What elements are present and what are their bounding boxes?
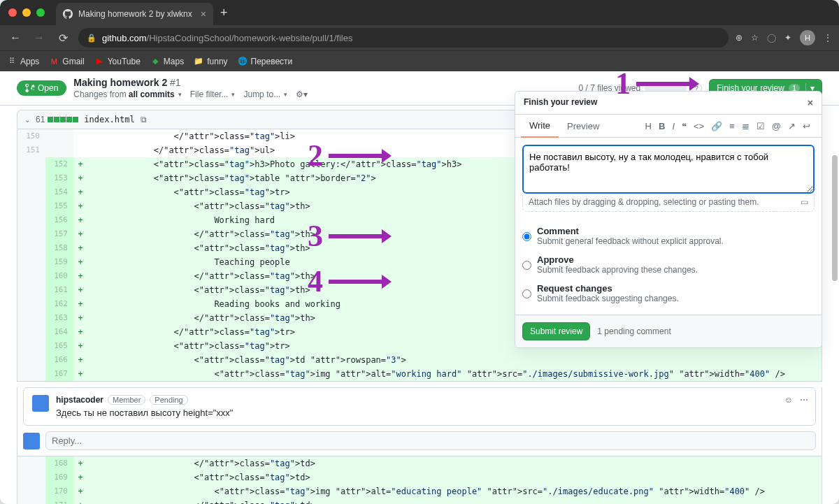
- bookmark-item[interactable]: ⠿Apps: [7, 57, 39, 66]
- lock-icon: 🔒: [87, 34, 96, 43]
- write-tab[interactable]: Write: [521, 115, 559, 138]
- heading-icon[interactable]: H: [645, 121, 652, 131]
- file-name[interactable]: index.html: [84, 115, 134, 124]
- diff-line[interactable]: 167+ <"attr">class="tag">img "attr">alt=…: [17, 367, 822, 381]
- address-bar[interactable]: 🔒 github.com/HipstaCodingSchool/homework…: [78, 28, 729, 48]
- file-filter-dropdown[interactable]: File filter...: [190, 89, 236, 99]
- close-popup-icon[interactable]: ×: [808, 97, 813, 108]
- review-options: CommentSubmit general feedback without e…: [515, 219, 822, 315]
- review-radio[interactable]: [522, 285, 531, 303]
- reply-input[interactable]: [45, 431, 816, 450]
- back-button[interactable]: ←: [7, 31, 24, 44]
- copy-path-icon[interactable]: ⧉: [141, 115, 147, 124]
- bookmark-item[interactable]: 📁funny: [194, 57, 227, 66]
- page-content: Open Making homework 2 #1 Changes from a…: [0, 71, 839, 504]
- scrollbar[interactable]: [832, 155, 838, 281]
- review-option[interactable]: ApproveSubmit feedback approving these c…: [522, 250, 815, 279]
- review-comment: hipstacoder Member Pending Здесь ты не п…: [23, 387, 816, 426]
- comment-author[interactable]: hipstacoder: [56, 395, 103, 405]
- diff-stat: 61: [36, 115, 78, 124]
- pending-comments: 1 pending comment: [597, 326, 671, 336]
- code-icon[interactable]: <>: [694, 121, 704, 131]
- bookmark-item[interactable]: ◆Maps: [150, 57, 184, 66]
- quote-icon[interactable]: ❝: [682, 121, 687, 131]
- window-titlebar: Making homework 2 by xlwknx × +: [0, 0, 839, 25]
- review-popup: Finish your review × Write Preview H B I…: [515, 91, 822, 348]
- tab-close-icon[interactable]: ×: [201, 8, 206, 20]
- github-icon: [63, 9, 73, 19]
- diff-line[interactable]: 169+ <"attr">class="tag">td>: [17, 470, 822, 484]
- progress-bar: [645, 85, 687, 91]
- profile-avatar[interactable]: H: [800, 30, 815, 45]
- review-option[interactable]: CommentSubmit general feedback without e…: [522, 222, 815, 250]
- comment-body: Здесь ты не поставил высоту height="xxx": [56, 408, 807, 418]
- diff-line[interactable]: 168+ </"attr">class="tag">td>: [17, 456, 822, 470]
- browser-tab[interactable]: Making homework 2 by xlwknx ×: [56, 3, 213, 25]
- collapse-file-icon[interactable]: ⌄: [24, 116, 30, 124]
- search-icon[interactable]: ⊕: [736, 33, 743, 43]
- close-window-button[interactable]: [8, 8, 17, 17]
- minimize-window-button[interactable]: [22, 8, 31, 17]
- browser-toolbar: ← → ⟳ 🔒 github.com/HipstaCodingSchool/ho…: [0, 25, 839, 50]
- bookmark-item[interactable]: MGmail: [49, 57, 84, 66]
- forward-button[interactable]: →: [31, 31, 48, 44]
- diff-line[interactable]: 171+ </"attr">class="tag">td>: [17, 498, 822, 504]
- review-textarea[interactable]: [522, 145, 815, 194]
- tab-title: Making homework 2 by xlwknx: [78, 9, 192, 19]
- number-list-icon[interactable]: ≣: [742, 121, 750, 131]
- review-radio[interactable]: [522, 256, 531, 275]
- changes-from-dropdown[interactable]: Changes from all commits: [73, 89, 181, 99]
- review-option[interactable]: Request changesSubmit feedback suggestin…: [522, 279, 815, 308]
- bold-icon[interactable]: B: [659, 121, 665, 131]
- diff-line[interactable]: 170+ <"attr">class="tag">img "attr">alt=…: [17, 484, 822, 498]
- extensions-icon[interactable]: ✦: [784, 33, 791, 43]
- reply-avatar: [23, 433, 40, 449]
- pr-title: Making homework 2 #1: [73, 77, 571, 88]
- pr-state-badge: Open: [17, 80, 66, 96]
- attach-files-hint[interactable]: Attach files by dragging & dropping, sel…: [522, 193, 815, 212]
- bookmark-item[interactable]: ▶YouTube: [94, 57, 141, 66]
- preview-tab[interactable]: Preview: [559, 115, 608, 137]
- pending-badge: Pending: [150, 395, 187, 405]
- comment-avatar[interactable]: [32, 395, 49, 412]
- diff-line[interactable]: 166+ <"attr">class="tag">td "attr">rowsp…: [17, 353, 822, 367]
- submit-review-button[interactable]: Submit review: [522, 322, 590, 340]
- emoji-react-icon[interactable]: ☺: [784, 395, 793, 405]
- review-radio[interactable]: [522, 227, 531, 246]
- new-tab-button[interactable]: +: [220, 6, 228, 20]
- jump-to-dropdown[interactable]: Jump to...: [243, 89, 287, 99]
- bookmark-item[interactable]: 🌐Перевести: [238, 57, 293, 66]
- member-badge: Member: [108, 395, 145, 405]
- menu-icon[interactable]: ⋮: [824, 33, 832, 43]
- bullet-list-icon[interactable]: ≡: [729, 121, 735, 131]
- task-list-icon[interactable]: ☑: [756, 121, 765, 131]
- reply-icon[interactable]: ↩: [803, 121, 810, 131]
- mention-icon[interactable]: @: [772, 121, 781, 131]
- account-icon[interactable]: ◯: [767, 33, 776, 43]
- git-pull-request-icon: [25, 83, 35, 93]
- markdown-toolbar: H B I ❝ <> 🔗 ≡ ≣ ☑ @ ↗ ↩: [645, 121, 816, 131]
- maximize-window-button[interactable]: [36, 8, 45, 17]
- url-path: /HipstaCodingSchool/homework-website/pul…: [147, 33, 353, 43]
- diff-settings-icon[interactable]: ⚙▾: [296, 89, 308, 99]
- cross-ref-icon[interactable]: ↗: [788, 121, 796, 131]
- popup-title: Finish your review: [524, 97, 597, 108]
- markdown-help-icon[interactable]: ▭: [801, 197, 808, 207]
- pr-number: #1: [170, 77, 181, 88]
- comment-menu-icon[interactable]: ⋯: [800, 395, 808, 405]
- review-comment-block: hipstacoder Member Pending Здесь ты не п…: [17, 387, 822, 456]
- link-icon[interactable]: 🔗: [711, 121, 722, 131]
- reload-button[interactable]: ⟳: [55, 31, 71, 45]
- star-icon[interactable]: ☆: [751, 33, 759, 43]
- italic-icon[interactable]: I: [672, 121, 675, 131]
- diff-table-continued: 168+ </"attr">class="tag">td>169+ <"attr…: [17, 456, 822, 504]
- url-host: github.com: [102, 33, 147, 43]
- bookmarks-bar: ⠿AppsMGmail▶YouTube◆Maps📁funny🌐Перевести: [0, 50, 839, 71]
